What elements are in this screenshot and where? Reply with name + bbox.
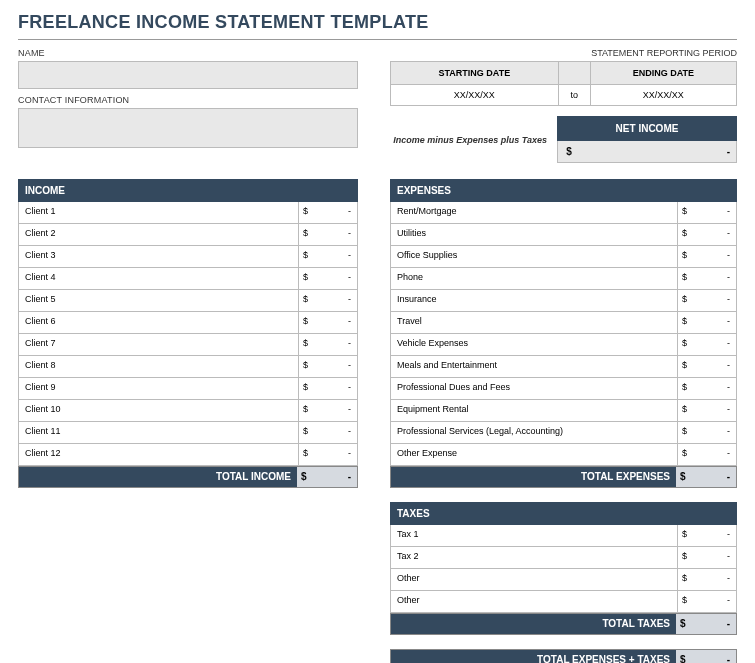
currency-symbol: $ [677, 591, 695, 612]
line-item-amount[interactable]: - [316, 400, 358, 421]
currency-symbol: $ [676, 614, 694, 634]
expenses-total-amount: - [694, 467, 736, 487]
grand-total-label: TOTAL EXPENSES + TAXES [391, 650, 676, 663]
line-item-label[interactable]: Travel [390, 312, 677, 333]
line-item-amount[interactable]: - [695, 224, 737, 245]
line-item-amount[interactable]: - [316, 444, 358, 465]
line-item-label[interactable]: Other [390, 591, 677, 612]
line-item-label[interactable]: Tax 2 [390, 547, 677, 568]
currency-symbol: $ [298, 334, 316, 355]
contact-label: CONTACT INFORMATION [18, 95, 358, 105]
line-item-amount[interactable]: - [316, 246, 358, 267]
line-item-amount[interactable]: - [316, 268, 358, 289]
line-item-amount[interactable]: - [695, 591, 737, 612]
line-item-label[interactable]: Client 7 [18, 334, 298, 355]
line-item-amount[interactable]: - [695, 525, 737, 546]
line-item-amount[interactable]: - [316, 378, 358, 399]
line-item-amount[interactable]: - [695, 356, 737, 377]
line-item: Client 6$- [18, 312, 358, 334]
line-item-amount[interactable]: - [316, 334, 358, 355]
line-item-amount[interactable]: - [695, 290, 737, 311]
taxes-total-row: TOTAL TAXES $ - [390, 613, 737, 635]
line-item: Travel$- [390, 312, 737, 334]
line-item-label[interactable]: Client 11 [18, 422, 298, 443]
line-item: Professional Services (Legal, Accounting… [390, 422, 737, 444]
line-item-amount[interactable]: - [316, 422, 358, 443]
line-item-label[interactable]: Insurance [390, 290, 677, 311]
line-item-label[interactable]: Client 8 [18, 356, 298, 377]
line-item-amount[interactable]: - [695, 334, 737, 355]
line-item: Tax 1$- [390, 525, 737, 547]
line-item: Client 9$- [18, 378, 358, 400]
line-item-amount[interactable]: - [316, 356, 358, 377]
line-item-label[interactable]: Professional Services (Legal, Accounting… [390, 422, 677, 443]
line-item: Other Expense$- [390, 444, 737, 466]
currency-symbol: $ [298, 224, 316, 245]
net-income-header: NET INCOME [557, 116, 737, 141]
line-item: Other$- [390, 591, 737, 613]
line-item-label[interactable]: Tax 1 [390, 525, 677, 546]
line-item-label[interactable]: Phone [390, 268, 677, 289]
currency-symbol: $ [297, 467, 315, 487]
line-item-amount[interactable]: - [695, 547, 737, 568]
line-item-label[interactable]: Meals and Entertainment [390, 356, 677, 377]
line-item-label[interactable]: Other [390, 569, 677, 590]
line-item-amount[interactable]: - [695, 378, 737, 399]
expenses-section: EXPENSES Rent/Mortgage$-Utilities$-Offic… [390, 179, 737, 488]
net-income-caption: Income minus Expenses plus Taxes [390, 135, 551, 145]
income-header: INCOME [18, 179, 358, 202]
line-item-amount[interactable]: - [695, 246, 737, 267]
taxes-section: TAXES Tax 1$-Tax 2$-Other$-Other$- TOTAL… [390, 502, 737, 635]
line-item-amount[interactable]: - [316, 290, 358, 311]
income-section: INCOME Client 1$-Client 2$-Client 3$-Cli… [18, 179, 358, 488]
line-item-label[interactable]: Client 12 [18, 444, 298, 465]
line-item: Client 2$- [18, 224, 358, 246]
line-item: Insurance$- [390, 290, 737, 312]
line-item: Client 4$- [18, 268, 358, 290]
currency-symbol: $ [677, 334, 695, 355]
line-item-amount[interactable]: - [316, 224, 358, 245]
line-item-amount[interactable]: - [695, 312, 737, 333]
line-item-label[interactable]: Utilities [390, 224, 677, 245]
period-table: STARTING DATE ENDING DATE XX/XX/XX to XX… [390, 61, 737, 106]
line-item: Other$- [390, 569, 737, 591]
currency-symbol: $ [677, 246, 695, 267]
currency-symbol: $ [298, 246, 316, 267]
line-item-label[interactable]: Rent/Mortgage [390, 202, 677, 223]
currency-symbol: $ [677, 444, 695, 465]
line-item-label[interactable]: Vehicle Expenses [390, 334, 677, 355]
line-item: Client 5$- [18, 290, 358, 312]
line-item-label[interactable]: Client 6 [18, 312, 298, 333]
expenses-header: EXPENSES [390, 179, 737, 202]
line-item-label[interactable]: Client 9 [18, 378, 298, 399]
line-item-label[interactable]: Client 5 [18, 290, 298, 311]
ending-date-value[interactable]: XX/XX/XX [590, 85, 736, 106]
line-item-amount[interactable]: - [695, 202, 737, 223]
line-item-amount[interactable]: - [316, 202, 358, 223]
line-item-label[interactable]: Client 1 [18, 202, 298, 223]
line-item: Tax 2$- [390, 547, 737, 569]
line-item-label[interactable]: Office Supplies [390, 246, 677, 267]
line-item-label[interactable]: Client 10 [18, 400, 298, 421]
line-item-amount[interactable]: - [695, 444, 737, 465]
starting-date-value[interactable]: XX/XX/XX [391, 85, 559, 106]
currency-symbol: $ [298, 400, 316, 421]
line-item-label[interactable]: Equipment Rental [390, 400, 677, 421]
line-item-amount[interactable]: - [695, 268, 737, 289]
line-item-label[interactable]: Client 4 [18, 268, 298, 289]
line-item-amount[interactable]: - [695, 569, 737, 590]
name-input[interactable] [18, 61, 358, 89]
line-item: Vehicle Expenses$- [390, 334, 737, 356]
line-item-label[interactable]: Other Expense [390, 444, 677, 465]
line-item-label[interactable]: Professional Dues and Fees [390, 378, 677, 399]
line-item: Client 12$- [18, 444, 358, 466]
line-item-label[interactable]: Client 3 [18, 246, 298, 267]
line-item-amount[interactable]: - [695, 422, 737, 443]
page-title: FREELANCE INCOME STATEMENT TEMPLATE [18, 12, 737, 40]
line-item-label[interactable]: Client 2 [18, 224, 298, 245]
line-item: Client 8$- [18, 356, 358, 378]
line-item-amount[interactable]: - [316, 312, 358, 333]
contact-input[interactable] [18, 108, 358, 148]
line-item-amount[interactable]: - [695, 400, 737, 421]
net-income-value: $ - [557, 141, 737, 163]
